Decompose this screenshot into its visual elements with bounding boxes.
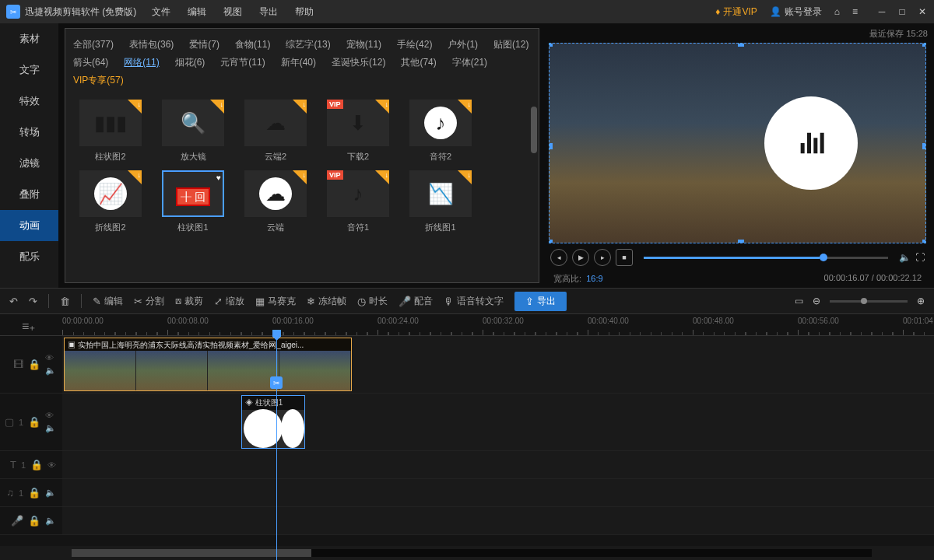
menu-view[interactable]: 视图 (223, 5, 242, 19)
category-tab[interactable]: 食物(11) (235, 38, 270, 51)
asset-item[interactable]: ☁云端 (238, 170, 313, 233)
category-tab[interactable]: 新年(40) (281, 56, 316, 69)
category-tab[interactable]: 网络(11) (124, 56, 159, 69)
freeze-button[interactable]: ❄冻结帧 (307, 295, 346, 308)
zoom-in-icon[interactable]: ⊕ (917, 296, 925, 306)
category-tab[interactable]: 烟花(6) (175, 56, 205, 69)
category-tab[interactable]: 圣诞快乐(12) (332, 56, 385, 69)
category-tab[interactable]: VIP专享(57) (73, 74, 124, 87)
lock-icon[interactable]: 🔒 (28, 487, 40, 499)
eye-icon[interactable]: 👁 (45, 411, 56, 420)
add-track-button[interactable]: ≡₊ (22, 319, 35, 334)
speaker-icon[interactable]: 🔈 (45, 366, 56, 376)
delete-button[interactable]: 🗑 (60, 296, 70, 307)
login-button[interactable]: 👤 账号登录 (770, 5, 822, 19)
volume-icon[interactable]: 🔈 (899, 252, 911, 263)
seek-bar[interactable] (644, 257, 888, 259)
bar2-icon: ╂ 回 (176, 182, 210, 206)
crop-button[interactable]: ⟎裁剪 (175, 295, 203, 308)
zoom-out-icon[interactable]: ⊖ (813, 296, 820, 306)
menu-file[interactable]: 文件 (152, 5, 170, 19)
export-button[interactable]: ⇪ 导出 (514, 292, 567, 311)
category-tab[interactable]: 手绘(42) (397, 38, 432, 51)
zoom-slider[interactable] (830, 300, 908, 303)
prev-frame-button[interactable]: ◂ (550, 249, 567, 266)
vip-button[interactable]: ♦ 开通VIP (715, 5, 757, 19)
category-tab[interactable]: 表情包(36) (129, 38, 174, 51)
category-tab[interactable]: 字体(21) (452, 56, 487, 69)
close-icon[interactable]: ✕ (917, 6, 928, 17)
fullscreen-icon[interactable]: ⛶ (915, 252, 925, 263)
side-tab-素材[interactable]: 素材 (0, 23, 58, 54)
asset-item[interactable]: ☁云端2 (238, 100, 313, 163)
category-tab[interactable]: 综艺字(13) (286, 38, 330, 51)
menu-help[interactable]: 帮助 (295, 5, 314, 19)
speaker-icon[interactable]: 🔈 (45, 423, 56, 433)
category-tab[interactable]: 其他(74) (401, 56, 436, 69)
lock-icon[interactable]: 🔒 (28, 416, 40, 428)
category-tab[interactable]: 箭头(64) (73, 56, 108, 69)
side-tab-配乐[interactable]: 配乐 (0, 241, 58, 272)
lock-icon[interactable]: 🔒 (28, 359, 40, 370)
menu-export[interactable]: 导出 (259, 5, 278, 19)
category-tab[interactable]: 元宵节(11) (220, 56, 265, 69)
fit-icon[interactable]: ▭ (795, 296, 803, 306)
category-tab[interactable]: 宠物(11) (346, 38, 381, 51)
asset-item[interactable]: VIP⬇下载2 (321, 100, 395, 163)
side-tab-动画[interactable]: 动画 (0, 210, 58, 241)
stt-button[interactable]: 🎙语音转文字 (444, 295, 504, 308)
speaker-icon[interactable]: 🔈 (45, 488, 56, 498)
undo-button[interactable]: ↶ (9, 296, 18, 307)
side-tab-转场[interactable]: 转场 (0, 117, 58, 148)
hamburger-icon[interactable]: ≡ (852, 6, 858, 17)
next-frame-button[interactable]: ▸ (594, 249, 611, 266)
asset-scrollbar[interactable] (531, 107, 537, 153)
asset-item[interactable]: ▮▮▮柱状图2 (73, 100, 148, 163)
asset-item[interactable]: 📉折线图1 (403, 170, 478, 233)
aspect-value[interactable]: 16:9 (586, 274, 602, 283)
lock-icon[interactable]: 🔒 (28, 515, 40, 527)
stop-button[interactable]: ■ (616, 249, 633, 266)
video-clip[interactable]: ▣ 实拍中国上海明亮的浦东天际线高清实拍视频素材_爱给网_aigei... (64, 338, 352, 391)
maximize-icon[interactable]: □ (897, 6, 908, 17)
menu-edit[interactable]: 编辑 (188, 5, 206, 19)
redo-button[interactable]: ↷ (29, 296, 37, 307)
audio-track: ♫1🔒🔈 (0, 479, 934, 507)
scissors-icon[interactable]: ✂ (270, 376, 283, 389)
edit-button[interactable]: ✎编辑 (93, 295, 123, 308)
side-tab-叠附[interactable]: 叠附 (0, 179, 58, 210)
side-tab-滤镜[interactable]: 滤镜 (0, 148, 58, 179)
duration-button[interactable]: ◷时长 (357, 295, 388, 308)
category-tab[interactable]: 贴图(12) (493, 38, 528, 51)
asset-label: 云端2 (265, 151, 286, 163)
asset-item[interactable]: VIP♪音符1 (321, 170, 395, 233)
speaker-icon[interactable]: 🔈 (45, 516, 56, 526)
lock-icon[interactable]: 🔒 (30, 459, 43, 471)
animation-clip[interactable]: ◈ 柱状图1 (241, 395, 305, 449)
mosaic-button[interactable]: ▦马赛克 (255, 295, 296, 308)
asset-item[interactable]: 📈折线图2 (73, 170, 148, 233)
dub-button[interactable]: 🎤配音 (399, 295, 433, 308)
time-ruler[interactable]: 00:00:00.0000:00:08.0000:00:16.0000:00:2… (62, 314, 934, 335)
side-tab-文字[interactable]: 文字 (0, 54, 58, 86)
eye-icon[interactable]: 👁 (45, 353, 56, 362)
asset-item[interactable]: ╂ 回柱状图1 (156, 170, 230, 233)
cloud-icon: ☁ (265, 111, 286, 135)
split-button[interactable]: ✂分割 (134, 295, 164, 308)
asset-item[interactable]: 🔍放大镜 (156, 100, 230, 163)
home-icon[interactable]: ⌂ (834, 6, 840, 17)
horizontal-scrollbar[interactable] (72, 549, 872, 557)
asset-item[interactable]: ♪音符2 (403, 100, 478, 163)
preview-canvas[interactable] (549, 43, 926, 243)
side-tab-特效[interactable]: 特效 (0, 86, 58, 117)
play-button[interactable]: ▶ (572, 249, 589, 266)
category-tab[interactable]: 全部(377) (73, 38, 114, 51)
eye-icon[interactable]: 👁 (47, 460, 56, 470)
note-icon: ♪ (353, 182, 363, 206)
scale-button[interactable]: ⤢缩放 (214, 295, 244, 308)
category-tab[interactable]: 户外(1) (448, 38, 478, 51)
category-tab[interactable]: 爱情(7) (189, 38, 219, 51)
preview-overlay-icon[interactable] (764, 96, 858, 190)
minimize-icon[interactable]: ─ (876, 6, 887, 17)
playhead[interactable]: ✂ (276, 330, 277, 560)
